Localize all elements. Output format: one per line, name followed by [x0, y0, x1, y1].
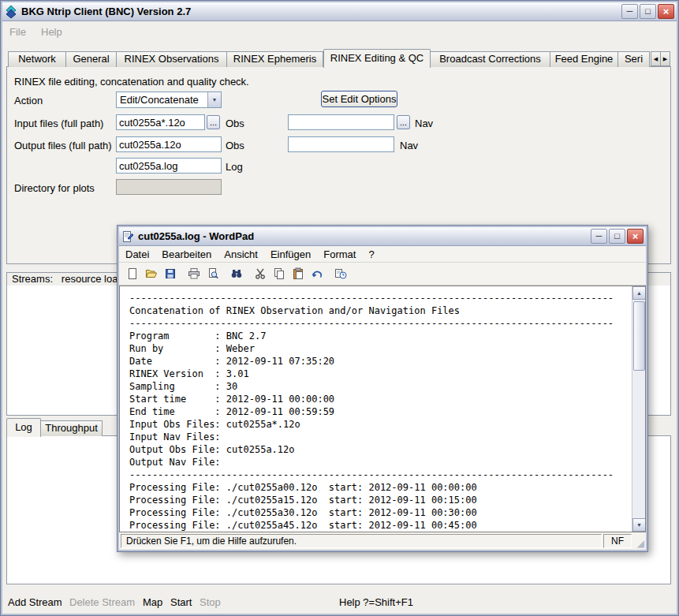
tab-scroll-right-icon[interactable]: ▶ [660, 51, 670, 66]
wordpad-window-title: cut0255a.log - WordPad [138, 230, 254, 242]
new-document-icon [126, 267, 139, 280]
tab-rinex-observations[interactable]: RINEX Observations [117, 51, 227, 67]
tab-general[interactable]: General [66, 51, 117, 67]
log-file-field[interactable] [116, 158, 222, 174]
wordpad-statusbar: Drücken Sie F1, um die Hilfe aufzurufen.… [119, 532, 646, 550]
binoculars-icon [230, 267, 243, 280]
wordpad-app-icon [121, 230, 134, 243]
output-obs-suffix-label: Obs [226, 140, 244, 151]
bnc-window-title: BKG Ntrip Client (BNC) Version 2.7 [21, 6, 191, 17]
tab-serial-clipped[interactable]: Seri [618, 51, 650, 67]
map-button[interactable]: Map [143, 596, 162, 608]
cut-button[interactable] [251, 264, 270, 283]
help-shortcut-label: Help ?=Shift+F1 [339, 596, 413, 608]
output-files-label: Output files (full path) [14, 140, 112, 151]
open-folder-icon [145, 267, 158, 280]
output-nav-suffix-label: Nav [400, 140, 418, 151]
wordpad-document-area[interactable]: ----------------------------------------… [119, 286, 646, 532]
copy-icon [273, 267, 285, 280]
printer-icon [188, 267, 200, 280]
wordpad-toolbar [119, 263, 646, 286]
input-nav-suffix-label: Nav [415, 118, 433, 129]
print-preview-icon [207, 267, 219, 280]
chevron-down-icon[interactable]: ▼ [207, 92, 221, 107]
output-nav-field[interactable] [288, 136, 394, 152]
maximize-icon[interactable]: □ [640, 4, 656, 19]
action-combobox[interactable]: Edit/Concatenate ▼ [116, 91, 222, 108]
menu-file[interactable]: File [9, 26, 26, 38]
wordpad-maximize-icon[interactable]: □ [609, 229, 625, 244]
tab-network[interactable]: Network [8, 51, 66, 67]
copy-button[interactable] [270, 264, 289, 283]
save-floppy-icon [164, 267, 177, 280]
tab-scroller: ◀ ▶ [651, 51, 670, 66]
wordpad-close-icon[interactable]: × [627, 229, 644, 244]
bnc-app-icon [5, 6, 17, 18]
delete-stream-button[interactable]: Delete Stream [69, 596, 135, 608]
undo-arrow-icon [311, 267, 323, 280]
log-suffix-label: Log [226, 161, 243, 173]
plots-directory-field [116, 179, 222, 195]
pane-description: RINEX file editing, concatenation and qu… [14, 76, 249, 88]
print-button[interactable] [185, 264, 203, 283]
main-tab-bar: Network General RINEX Observations RINEX… [8, 48, 650, 67]
print-preview-button[interactable] [203, 264, 222, 283]
scrollbar-thumb[interactable] [633, 301, 645, 371]
menu-datei[interactable]: Datei [119, 248, 155, 260]
new-document-button[interactable] [123, 264, 142, 283]
bnc-window: BKG Ntrip Client (BNC) Version 2.7 ─ □ ×… [0, 0, 679, 616]
save-button[interactable] [161, 264, 180, 283]
scissors-icon [254, 267, 267, 280]
find-button[interactable] [227, 264, 246, 283]
menu-hilfe[interactable]: ? [362, 248, 380, 260]
tab-rinex-ephemeris[interactable]: RINEX Ephemeris [227, 51, 323, 67]
wordpad-window: cut0255a.log - WordPad ─ □ × Datei Bearb… [117, 225, 648, 552]
tab-throughput[interactable]: Throughput [41, 420, 103, 436]
menu-einfuegen[interactable]: Einfügen [264, 248, 317, 260]
menu-ansicht[interactable]: Ansicht [218, 248, 264, 260]
scroll-up-icon[interactable]: ▲ [632, 286, 646, 300]
vertical-scrollbar[interactable]: ▲ ▼ [632, 286, 645, 532]
wordpad-minimize-icon[interactable]: ─ [591, 229, 607, 244]
tab-broadcast-corrections[interactable]: Broadcast Corrections [431, 51, 550, 67]
date-time-icon [334, 267, 347, 280]
set-edit-options-button[interactable]: Set Edit Options [321, 91, 397, 107]
action-label: Action [14, 95, 43, 106]
action-combobox-value: Edit/Concatenate [117, 94, 207, 106]
stop-button[interactable]: Stop [200, 596, 221, 608]
input-obs-suffix-label: Obs [226, 118, 244, 129]
date-time-button[interactable] [331, 264, 350, 283]
menu-bearbeiten[interactable]: Bearbeiten [155, 248, 218, 260]
start-button[interactable]: Start [170, 596, 192, 608]
tab-feed-engine[interactable]: Feed Engine [550, 51, 618, 67]
tab-rinex-editing-qc[interactable]: RINEX Editing & QC [323, 49, 431, 68]
minimize-icon[interactable]: ─ [621, 4, 638, 19]
undo-button[interactable] [308, 264, 326, 283]
status-nf-indicator: NF [603, 534, 632, 548]
tab-log[interactable]: Log [6, 418, 41, 437]
status-hint: Drücken Sie F1, um die Hilfe aufzurufen. [121, 534, 602, 548]
plots-directory-label: Directory for plots [14, 182, 95, 194]
menu-format[interactable]: Format [317, 248, 362, 260]
input-obs-field[interactable] [116, 114, 205, 130]
input-nav-field[interactable] [288, 114, 394, 130]
wordpad-document-text[interactable]: ----------------------------------------… [120, 286, 645, 532]
close-icon[interactable]: × [658, 4, 674, 19]
paste-clipboard-icon [292, 267, 304, 280]
wordpad-menubar: Datei Bearbeiten Ansicht Einfügen Format… [119, 246, 646, 263]
menu-help[interactable]: Help [41, 26, 62, 38]
scroll-down-icon[interactable]: ▼ [632, 518, 646, 532]
input-files-label: Input files (full path) [14, 118, 103, 129]
bottom-tab-bar: Log Throughput [6, 419, 103, 436]
output-obs-field[interactable] [116, 136, 222, 152]
open-button[interactable] [142, 264, 161, 283]
bnc-titlebar[interactable]: BKG Ntrip Client (BNC) Version 2.7 ─ □ × [2, 2, 677, 21]
paste-button[interactable] [289, 264, 308, 283]
browse-input-obs-button[interactable]: ... [207, 115, 220, 129]
resize-grip-icon[interactable]: ◢ [633, 534, 644, 548]
add-stream-button[interactable]: Add Stream [8, 596, 62, 608]
browse-input-nav-button[interactable]: ... [397, 115, 410, 129]
wordpad-titlebar[interactable]: cut0255a.log - WordPad ─ □ × [119, 227, 646, 246]
